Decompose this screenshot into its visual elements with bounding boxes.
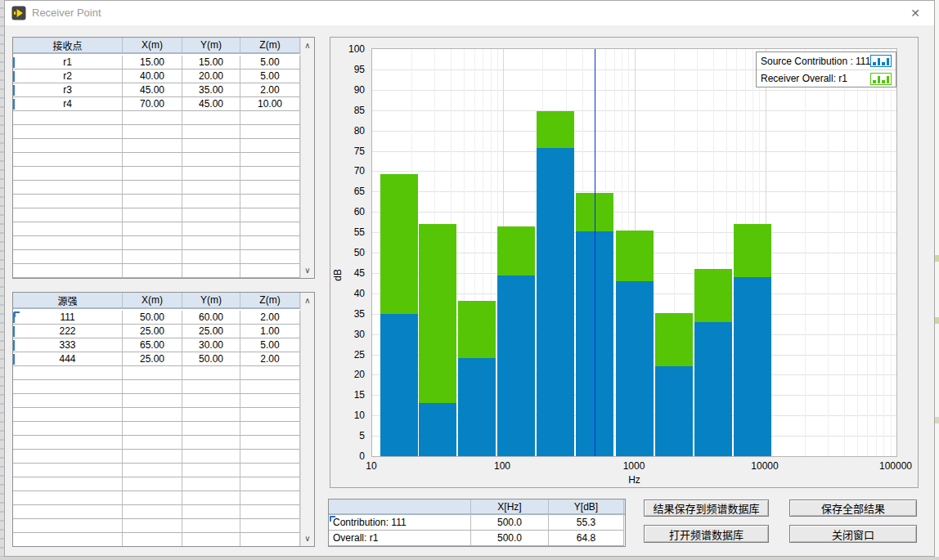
receiver-table-cell[interactable]: [13, 139, 123, 153]
source-table-cell[interactable]: [240, 450, 300, 464]
source-table-cell[interactable]: [182, 436, 240, 450]
source-table-cell[interactable]: [13, 436, 123, 450]
source-table-cell[interactable]: 50.00: [123, 311, 182, 325]
source-table-cell[interactable]: 1.00: [240, 325, 300, 338]
plot-area[interactable]: Source Contribution : 111Receiver Overal…: [371, 48, 897, 457]
source-table-row[interactable]: [13, 366, 300, 380]
close-icon[interactable]: ✕: [903, 4, 928, 22]
source-table-cell[interactable]: [123, 450, 182, 464]
receiver-table-cell[interactable]: [182, 139, 240, 153]
chart-cursor-line[interactable]: [595, 49, 595, 456]
receiver-table-cell[interactable]: r3: [13, 83, 123, 97]
receiver-table-cell[interactable]: [123, 111, 182, 125]
titlebar[interactable]: Receiver Point ✕: [5, 1, 934, 25]
receiver-table-cell[interactable]: [13, 208, 123, 222]
source-table-cell[interactable]: [182, 408, 240, 422]
receiver-table-cell[interactable]: 10.00: [240, 97, 300, 111]
source-table-row[interactable]: [13, 394, 300, 408]
source-table-cell[interactable]: [123, 491, 182, 505]
source-table-cell[interactable]: [13, 380, 123, 394]
receiver-table-cell[interactable]: [13, 264, 123, 278]
legend-item[interactable]: Receiver Overall: r1: [757, 69, 896, 87]
source-table-row[interactable]: [13, 408, 300, 422]
receiver-table-cell[interactable]: [123, 167, 182, 181]
legend-item[interactable]: Source Contribution : 111: [757, 52, 896, 69]
receiver-table-cell[interactable]: [182, 250, 240, 264]
receiver-table-cell[interactable]: [240, 139, 300, 153]
source-table-cell[interactable]: [182, 505, 240, 519]
receiver-table-cell[interactable]: [240, 125, 300, 139]
source-table-cell[interactable]: 2.00: [240, 311, 300, 325]
source-table-cell[interactable]: [182, 394, 240, 408]
source-table-cell[interactable]: 222: [13, 325, 123, 338]
source-table-cell[interactable]: [240, 491, 300, 505]
source-table-cell[interactable]: 30.00: [182, 338, 240, 352]
source-table-row[interactable]: 33365.0030.005.00: [13, 338, 300, 352]
source-table-cell[interactable]: 25.00: [123, 325, 182, 338]
receiver-table-cell[interactable]: [182, 264, 240, 278]
source-table-cell[interactable]: [240, 366, 300, 380]
receiver-table-cell[interactable]: [240, 236, 300, 250]
source-table-cell[interactable]: [240, 464, 300, 477]
source-table-row[interactable]: [13, 436, 300, 450]
source-table-cell[interactable]: [123, 533, 182, 546]
receiver-table-cell[interactable]: [123, 181, 182, 195]
scroll-up-icon[interactable]: ∧: [301, 39, 314, 52]
source-table-row[interactable]: 22225.0025.001.00: [13, 325, 300, 338]
source-table-row[interactable]: [13, 519, 300, 533]
receiver-table-cell[interactable]: 70.00: [123, 97, 182, 111]
readout-table-cell[interactable]: 55.3: [549, 515, 624, 531]
receiver-table-cell[interactable]: r1: [13, 56, 123, 69]
source-table-row[interactable]: [13, 477, 300, 491]
source-table-cell[interactable]: [123, 422, 182, 436]
source-table-cell[interactable]: [123, 477, 182, 491]
receiver-table-cell[interactable]: [13, 153, 123, 167]
receiver-table-cell[interactable]: r4: [13, 97, 123, 111]
source-table-cell[interactable]: [13, 519, 123, 533]
source-table-cell[interactable]: [123, 394, 182, 408]
source-table-row[interactable]: [13, 533, 300, 546]
source-table-cell[interactable]: 333: [13, 338, 123, 352]
receiver-table-cell[interactable]: [123, 264, 182, 278]
receiver-table-row[interactable]: [13, 181, 300, 195]
source-table-cell[interactable]: 60.00: [182, 311, 240, 325]
receiver-table-cell[interactable]: [13, 195, 123, 208]
source-table-cell[interactable]: [13, 394, 123, 408]
receiver-table-cell[interactable]: 2.00: [240, 83, 300, 97]
close-window-button[interactable]: 关闭窗口: [789, 525, 917, 543]
receiver-table-cell[interactable]: [13, 125, 123, 139]
receiver-table-cell[interactable]: r2: [13, 69, 123, 83]
source-table-cell[interactable]: 2.00: [240, 352, 300, 366]
receiver-table-cell[interactable]: [13, 222, 123, 236]
receiver-table-cell[interactable]: [182, 236, 240, 250]
receiver-table-cell[interactable]: 5.00: [240, 69, 300, 83]
source-table-cell[interactable]: [13, 477, 123, 491]
receiver-table-cell[interactable]: 15.00: [123, 56, 182, 69]
receiver-table-cell[interactable]: [182, 181, 240, 195]
source-table-cell[interactable]: [123, 408, 182, 422]
source-table-cell[interactable]: [182, 422, 240, 436]
receiver-table-cell[interactable]: 45.00: [182, 97, 240, 111]
receiver-table-cell[interactable]: [123, 125, 182, 139]
receiver-table-row[interactable]: [13, 125, 300, 139]
source-table-cell[interactable]: [240, 505, 300, 519]
source-table-cell[interactable]: 5.00: [240, 338, 300, 352]
receiver-table-cell[interactable]: [240, 181, 300, 195]
source-table-cell[interactable]: [182, 477, 240, 491]
receiver-table-row[interactable]: [13, 111, 300, 125]
source-table-cell[interactable]: [13, 533, 123, 546]
receiver-table-cell[interactable]: 15.00: [182, 56, 240, 69]
receiver-table-cell[interactable]: 40.00: [123, 69, 182, 83]
receiver-table-cell[interactable]: [182, 208, 240, 222]
source-table-row[interactable]: 44425.0050.002.00: [13, 352, 300, 366]
source-table-row[interactable]: [13, 464, 300, 477]
receiver-table-cell[interactable]: [240, 111, 300, 125]
receiver-table-cell[interactable]: [182, 195, 240, 208]
source-table-cell[interactable]: [182, 519, 240, 533]
source-table-cell[interactable]: [240, 533, 300, 546]
receiver-table-row[interactable]: [13, 139, 300, 153]
readout-table-cell[interactable]: 64.8: [549, 531, 624, 546]
source-table-cell[interactable]: [240, 519, 300, 533]
source-table-row[interactable]: [13, 505, 300, 519]
source-table-row[interactable]: [13, 380, 300, 394]
